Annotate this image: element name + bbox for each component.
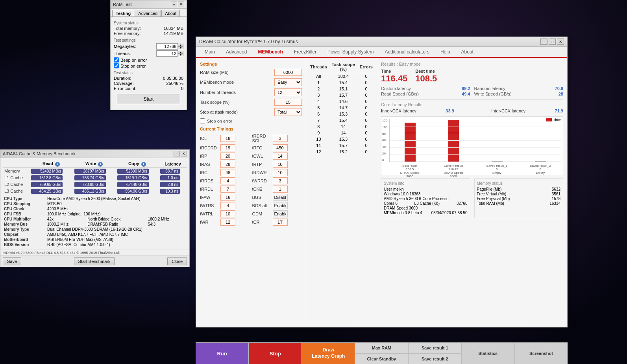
- trrdl-input[interactable]: [220, 186, 235, 193]
- bgs-alt-input[interactable]: [273, 202, 288, 209]
- table-row: CPU Clock 4200.5 MHz: [3, 206, 187, 211]
- col-write: Write i: [73, 160, 116, 167]
- spin-up[interactable]: ▲: [178, 44, 183, 46]
- mode-select[interactable]: Easy: [274, 78, 302, 86]
- megabytes-input[interactable]: [156, 43, 178, 50]
- close-btn[interactable]: ✕: [178, 2, 184, 7]
- mode-label: MEMbench mode: [200, 80, 274, 85]
- dram-toolbar: Run Stop DrawLatency Graph Max RAM Clear…: [196, 342, 568, 364]
- bar-saved1-fill: [492, 161, 503, 162]
- memory-bus-value: 1800.2 MHz: [46, 222, 86, 227]
- twr-input[interactable]: [220, 219, 235, 226]
- aida64-close[interactable]: ✕: [181, 151, 187, 156]
- minimize-btn[interactable]: −: [171, 2, 177, 7]
- ram-test-titlebar: RAM Test − ✕: [111, 0, 187, 9]
- start-button[interactable]: Start: [117, 94, 180, 104]
- time-value: 116.45: [381, 74, 407, 84]
- thread-spin-up[interactable]: ▲: [178, 51, 183, 53]
- free-memory-value: 14219 MB: [164, 31, 183, 36]
- dram-minimize[interactable]: −: [540, 39, 547, 45]
- tab-help[interactable]: Help: [435, 47, 456, 58]
- l3-label: L3 Cache (Kb): [414, 201, 440, 206]
- coverage-label: Coverage:: [114, 81, 134, 86]
- tab-about[interactable]: About: [161, 10, 180, 17]
- save-button[interactable]: Save: [3, 257, 21, 265]
- gdm-label: GDM: [252, 211, 271, 216]
- tras-input[interactable]: [220, 161, 235, 168]
- max-ram-label: Max RAM: [372, 346, 392, 350]
- stop-button[interactable]: Stop: [249, 343, 302, 364]
- tab-main[interactable]: Main: [199, 47, 220, 58]
- stop-on-error-label: Stop on error: [207, 119, 232, 123]
- trc-input[interactable]: [220, 169, 235, 176]
- tcwl-input[interactable]: [273, 153, 288, 160]
- threads-num-select[interactable]: 12: [274, 88, 302, 96]
- twrrd-input[interactable]: [273, 177, 288, 184]
- twtrs-input[interactable]: [220, 202, 235, 209]
- twtrl-input[interactable]: [220, 210, 235, 217]
- y-0: 0: [382, 158, 387, 162]
- table-row: L1 Cache 1512.8 GB/s 766.74 GB/s 1519.1 …: [3, 175, 187, 181]
- draw-latency-button[interactable]: DrawLatency Graph: [302, 343, 355, 364]
- spin-down[interactable]: ▼: [178, 46, 183, 49]
- tab-power-supply[interactable]: Power Supply System: [322, 47, 379, 58]
- timing-twr: tWR: [200, 219, 250, 226]
- bgs-alt-label: BGS alt: [252, 203, 271, 208]
- stop-at-select[interactable]: Total: [274, 108, 302, 116]
- stop-on-error-checkbox[interactable]: [200, 118, 205, 123]
- system-info-box: System info User meikn Windows 10.0.1836…: [381, 178, 470, 218]
- gdm-input[interactable]: [273, 210, 288, 217]
- trfc-input[interactable]: [273, 144, 288, 151]
- tab-about[interactable]: About: [456, 47, 479, 58]
- screenshot-button[interactable]: Screenshot: [515, 343, 568, 364]
- aida64-bottom-bar: Save Start Benchmark Close: [0, 256, 189, 267]
- tcr-input[interactable]: [273, 219, 288, 226]
- ram-size-input[interactable]: [274, 69, 302, 76]
- timing-trrds: tRRDS: [200, 177, 250, 184]
- timing-trrdl: tRRDL: [200, 186, 250, 193]
- task-scope-input[interactable]: [274, 99, 302, 106]
- bgs-input[interactable]: [273, 194, 288, 201]
- dram-maximize[interactable]: □: [549, 39, 556, 45]
- trp-input[interactable]: [220, 153, 235, 160]
- start-benchmark-button[interactable]: Start Benchmark: [74, 257, 115, 265]
- close-button[interactable]: Close: [167, 257, 187, 265]
- threads-input[interactable]: [156, 50, 178, 57]
- tcke-input[interactable]: [273, 186, 288, 193]
- trrds-input[interactable]: [220, 177, 235, 184]
- stop-on-error-checkbox[interactable]: [114, 63, 119, 68]
- save-result-2-label: Save result 2: [422, 357, 448, 361]
- tcl-input[interactable]: [220, 135, 235, 142]
- memory-status-box: Memory status PageFile (Mb) 5632 Free Vi…: [474, 178, 564, 218]
- bios-label: BIOS Version: [3, 242, 46, 247]
- stop-at-label: Stop at (task mode): [200, 110, 274, 114]
- inter-ccx-label: Inter-CCX latency: [491, 108, 525, 113]
- trdrd-scl-input[interactable]: [273, 135, 288, 142]
- tab-membench[interactable]: MEMbench: [252, 47, 288, 58]
- clear-standby-button[interactable]: Clear Standby: [355, 354, 408, 364]
- save-result-1-button[interactable]: Save result 1: [409, 343, 461, 354]
- draw-latency-label: DrawLatency Graph: [312, 347, 345, 359]
- l2-copy: 754.48 GB/s: [117, 182, 149, 187]
- dram-close[interactable]: ✕: [557, 39, 564, 45]
- aida64-minimize[interactable]: −: [174, 151, 180, 156]
- custom-latency-label: Custom latency: [381, 86, 411, 91]
- tab-additional[interactable]: Additional calculators: [379, 47, 435, 58]
- tfaw-input[interactable]: [220, 194, 235, 201]
- tab-freezkiller[interactable]: FreezKiller: [289, 47, 322, 58]
- tab-testing[interactable]: Testing: [112, 10, 134, 17]
- table-row: 1215.20: [309, 149, 374, 155]
- save-result-2-button[interactable]: Save result 2: [409, 354, 461, 364]
- max-ram-button[interactable]: Max RAM: [355, 343, 408, 354]
- system-status-label: System status: [114, 21, 183, 25]
- run-button[interactable]: Run: [196, 343, 249, 364]
- dram-left-panel: Settings RAM size (Mb) MEMbench mode Eas…: [196, 58, 306, 318]
- trcdrd-input[interactable]: [220, 144, 235, 151]
- statistics-button[interactable]: Statistics: [462, 343, 515, 364]
- tab-advanced[interactable]: Advanced: [220, 47, 252, 58]
- tab-advanced[interactable]: Advanced: [135, 10, 161, 17]
- trdwr-input[interactable]: [273, 169, 288, 176]
- thread-spin-down[interactable]: ▼: [178, 53, 183, 56]
- trtp-input[interactable]: [273, 161, 288, 168]
- beep-on-error-checkbox[interactable]: [114, 57, 119, 63]
